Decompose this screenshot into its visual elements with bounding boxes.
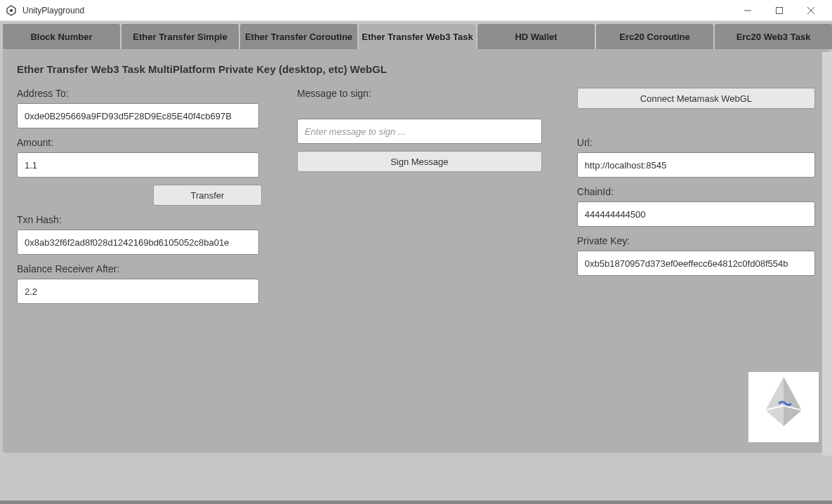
- txn-hash-label: Txn Hash:: [17, 214, 262, 225]
- private-key-label: Private Key:: [577, 235, 815, 246]
- txn-hash-input[interactable]: [17, 230, 259, 255]
- column-left: Address To: Amount: Transfer Txn Hash: B…: [17, 88, 262, 304]
- message-to-sign-input[interactable]: [297, 119, 542, 144]
- column-middle: Message to sign: Sign Message: [297, 88, 542, 304]
- url-input[interactable]: [577, 152, 815, 178]
- minimize-button[interactable]: [732, 0, 763, 21]
- tab-ether-transfer-coroutine[interactable]: Ether Transfer Coroutine: [240, 24, 357, 49]
- app-icon: [6, 5, 17, 16]
- chainid-input[interactable]: [577, 201, 815, 227]
- tab-block-number[interactable]: Block Number: [3, 24, 120, 49]
- svg-point-1: [10, 9, 13, 12]
- tab-hd-wallet[interactable]: HD Wallet: [477, 24, 595, 49]
- tab-ether-transfer-web3-task[interactable]: Ether Transfer Web3 Task: [359, 24, 476, 49]
- window-controls: [732, 0, 826, 21]
- bottom-bar: [0, 500, 832, 504]
- main-panel: Ether Transfer Web3 Task MultiPlatform P…: [3, 49, 829, 453]
- chainid-label: ChainId:: [577, 186, 815, 197]
- titlebar: UnityPlayground: [0, 0, 832, 21]
- message-to-sign-label: Message to sign:: [297, 88, 542, 99]
- tab-ether-transfer-simple[interactable]: Ether Transfer Simple: [121, 24, 239, 49]
- url-label: Url:: [577, 137, 815, 148]
- address-to-input[interactable]: [17, 103, 259, 128]
- amount-label: Amount:: [17, 137, 262, 148]
- sign-message-button[interactable]: Sign Message: [297, 151, 542, 172]
- close-button[interactable]: [795, 0, 826, 21]
- ethereum-logo: [748, 372, 819, 442]
- svg-rect-3: [776, 7, 782, 13]
- columns: Address To: Amount: Transfer Txn Hash: B…: [17, 88, 815, 304]
- window-title: UnityPlayground: [22, 6, 732, 15]
- tab-erc20-coroutine[interactable]: Erc20 Coroutine: [596, 24, 713, 49]
- private-key-input[interactable]: [577, 251, 815, 276]
- maximize-button[interactable]: [763, 0, 795, 21]
- tabs-bar: Block Number Ether Transfer Simple Ether…: [0, 21, 832, 49]
- app-body: Block Number Ether Transfer Simple Ether…: [0, 21, 832, 504]
- balance-after-label: Balance Receiver After:: [17, 263, 262, 274]
- address-to-label: Address To:: [17, 88, 262, 99]
- panel-title: Ether Transfer Web3 Task MultiPlatform P…: [17, 63, 815, 75]
- tab-erc20-web3-task[interactable]: Erc20 Web3 Task: [715, 24, 832, 49]
- vertical-scrollbar[interactable]: [822, 52, 832, 456]
- connect-metamask-button[interactable]: Connect Metamask WebGL: [577, 88, 815, 109]
- balance-after-input[interactable]: [17, 279, 259, 304]
- column-right: Connect Metamask WebGL Url: ChainId: Pri…: [577, 88, 815, 304]
- amount-input[interactable]: [17, 152, 259, 178]
- svg-marker-9: [784, 406, 801, 426]
- transfer-button[interactable]: Transfer: [153, 185, 262, 206]
